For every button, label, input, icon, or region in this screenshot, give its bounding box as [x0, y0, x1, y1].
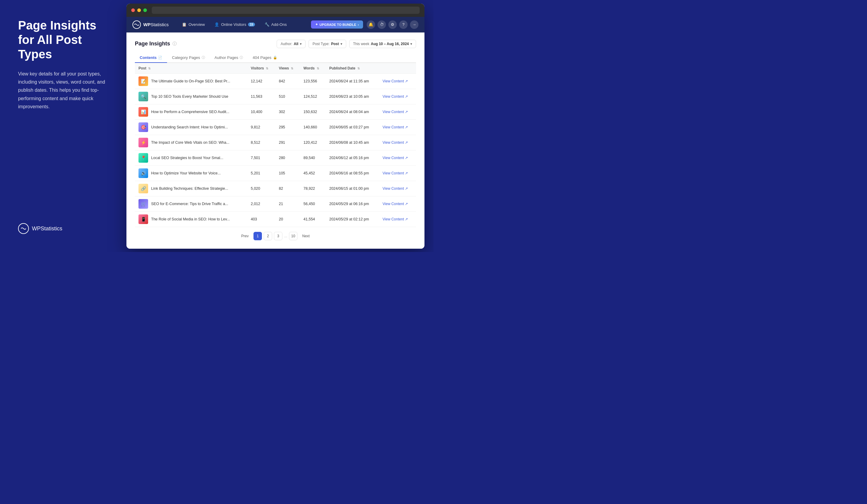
page-btn-10[interactable]: 10	[289, 232, 297, 240]
thumb-icon-7: 🔗	[138, 184, 148, 193]
post-type-filter[interactable]: Post Type: Post ▾	[309, 40, 346, 48]
nav-exit-icon[interactable]: →	[410, 20, 418, 29]
cell-words-6: 45,452	[300, 165, 326, 181]
table-row: 🔊 How to Optimize Your Website for Voice…	[135, 165, 416, 181]
page-btn-1[interactable]: 1	[254, 232, 262, 240]
thumb-icon-8: 🛒	[138, 199, 148, 209]
tab-author-label: Author Pages	[215, 55, 238, 60]
col-visitors: Visitors ⇅	[247, 63, 275, 73]
view-content-btn-3[interactable]: View Content ↗	[383, 125, 413, 129]
cell-published-2: 2024/06/24 at 08:04 am	[326, 104, 379, 119]
cell-visitors-4: 8,512	[247, 135, 275, 150]
cell-words-9: 41,554	[300, 211, 326, 227]
view-content-btn-6[interactable]: View Content ↗	[383, 171, 413, 175]
nav-timer-icon[interactable]: ⏱	[377, 20, 386, 29]
upgrade-star-icon: ✦	[315, 23, 318, 26]
dot-green[interactable]	[143, 8, 147, 12]
cell-views-3: 295	[275, 119, 300, 135]
post-title-7: Link Building Techniques: Effective Stra…	[151, 186, 228, 191]
table-container: Post ⇅ Visitors ⇅ Views ⇅ Words ⇅ Publis…	[135, 63, 416, 227]
dot-red[interactable]	[131, 8, 135, 12]
upgrade-label: UPGRADE TO BUNDLE	[319, 23, 356, 26]
view-content-btn-2[interactable]: View Content ↗	[383, 110, 413, 114]
nav-bell-icon[interactable]: 🔔	[367, 20, 375, 29]
nav-help-icon[interactable]: ?	[399, 20, 408, 29]
cell-words-2: 150,632	[300, 104, 326, 119]
online-visitors-badge: 15	[248, 23, 255, 26]
cell-words-8: 56,450	[300, 196, 326, 211]
sub-text: View key details for all your post types…	[18, 70, 111, 111]
online-visitors-label: Online Visitors	[221, 22, 246, 27]
view-content-btn-1[interactable]: View Content ↗	[383, 95, 413, 99]
cell-visitors-2: 10,400	[247, 104, 275, 119]
words-sort-icon: ⇅	[317, 67, 319, 70]
cell-post-9: 📱 The Role of Social Media in SEO: How t…	[135, 211, 247, 227]
cell-post-7: 🔗 Link Building Techniques: Effective St…	[135, 181, 247, 196]
logo-light: Statistics	[41, 226, 62, 232]
cell-action-4: View Content ↗	[379, 135, 416, 150]
nav-settings-icon[interactable]: ⚙	[388, 20, 397, 29]
post-thumb-4: ⚡	[138, 138, 148, 147]
author-filter[interactable]: Author: All ▾	[277, 40, 306, 48]
date-filter[interactable]: This week Aug 10 – Aug 16, 2024 ▾	[349, 40, 416, 48]
tab-category-pages[interactable]: Category Pages ⓘ	[167, 53, 210, 63]
post-title-5: Local SEO Strategies to Boost Your Smal.…	[151, 156, 223, 160]
page-btn-3[interactable]: 3	[274, 232, 282, 240]
cell-visitors-6: 5,201	[247, 165, 275, 181]
post-type-value: Post	[331, 42, 339, 46]
table-row: 🔍 Top 10 SEO Tools Every Marketer Should…	[135, 89, 416, 104]
cell-post-1: 🔍 Top 10 SEO Tools Every Marketer Should…	[135, 89, 247, 104]
post-thumb-2: 📊	[138, 107, 148, 117]
thumb-icon-3: 🎯	[138, 122, 148, 132]
nav-item-overview[interactable]: 📋 Overview	[178, 20, 209, 29]
post-title-3: Understanding Search Intent: How to Opti…	[151, 125, 228, 129]
view-content-btn-9[interactable]: View Content ↗	[383, 217, 413, 221]
table-row: 📊 How to Perform a Comprehensive SEO Aud…	[135, 104, 416, 119]
view-content-btn-0[interactable]: View Content ↗	[383, 79, 413, 83]
cell-views-0: 842	[275, 73, 300, 89]
dot-yellow[interactable]	[137, 8, 141, 12]
prev-button[interactable]: Prev	[238, 233, 252, 239]
post-title-4: The Impact of Core Web Vitals on SEO: Wh…	[151, 140, 229, 145]
cell-action-8: View Content ↗	[379, 196, 416, 211]
left-panel: Page Insights for All Post Types View ke…	[0, 0, 127, 252]
view-content-btn-7[interactable]: View Content ↗	[383, 186, 413, 191]
cell-published-3: 2024/06/05 at 03:27 pm	[326, 119, 379, 135]
post-sort-icon: ⇅	[148, 67, 151, 70]
cell-published-0: 2024/06/24 at 11:35 am	[326, 73, 379, 89]
post-thumb-8: 🛒	[138, 199, 148, 209]
cell-action-9: View Content ↗	[379, 211, 416, 227]
cell-post-8: 🛒 SEO for E-Commerce: Tips to Drive Traf…	[135, 196, 247, 211]
cell-words-4: 120,412	[300, 135, 326, 150]
nav-item-online-visitors[interactable]: 👤 Online Visitors 15	[210, 20, 259, 29]
view-content-btn-5[interactable]: View Content ↗	[383, 156, 413, 160]
view-content-btn-4[interactable]: View Content ↗	[383, 140, 413, 145]
post-title-9: The Role of Social Media in SEO: How to …	[151, 217, 230, 221]
tab-404-icon: 🔒	[273, 56, 277, 59]
page-btn-2[interactable]: 2	[264, 232, 272, 240]
bottom-logo-text: WPStatistics	[32, 226, 62, 232]
thumb-icon-2: 📊	[138, 107, 148, 117]
col-action	[379, 63, 416, 73]
post-thumb-1: 🔍	[138, 92, 148, 101]
col-published: Published Date ⇅	[326, 63, 379, 73]
cell-action-7: View Content ↗	[379, 181, 416, 196]
nav-item-addons[interactable]: 🔧 Add-Ons	[260, 20, 291, 29]
thumb-icon-6: 🔊	[138, 168, 148, 178]
cell-views-1: 510	[275, 89, 300, 104]
cell-published-9: 2024/05/29 at 02:12 pm	[326, 211, 379, 227]
cell-post-6: 🔊 How to Optimize Your Website for Voice…	[135, 165, 247, 181]
cell-action-2: View Content ↗	[379, 104, 416, 119]
upgrade-button[interactable]: ✦ UPGRADE TO BUNDLE ›	[311, 20, 363, 29]
pagination: Prev 1 2 3 ... 10 Next	[135, 227, 416, 241]
online-visitors-icon: 👤	[214, 22, 219, 27]
tab-contents[interactable]: Contents 📄	[135, 53, 167, 63]
next-button[interactable]: Next	[299, 233, 313, 239]
page-header: Page Insights ⓘ Author: All ▾ Post Type:…	[135, 40, 416, 48]
page-title-info-icon[interactable]: ⓘ	[172, 41, 177, 47]
tab-author-pages[interactable]: Author Pages ⓘ	[210, 53, 248, 63]
tab-404-pages[interactable]: 404 Pages 🔒	[248, 53, 282, 63]
page-title-row: Page Insights ⓘ	[135, 41, 177, 47]
view-content-btn-8[interactable]: View Content ↗	[383, 202, 413, 206]
main-content: Page Insights ⓘ Author: All ▾ Post Type:…	[127, 32, 425, 249]
